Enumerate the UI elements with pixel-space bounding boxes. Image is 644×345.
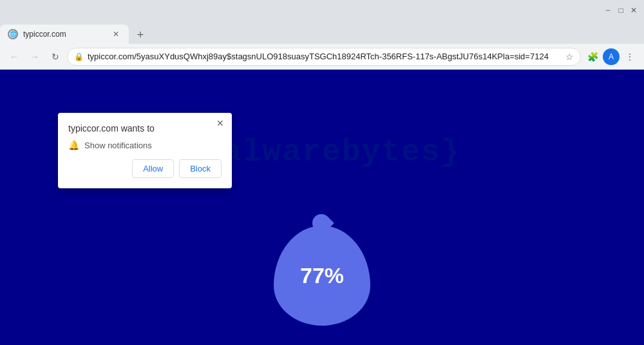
forward-icon: → xyxy=(30,52,39,62)
block-button[interactable]: Block xyxy=(179,159,222,178)
percentage-display: 77% xyxy=(274,226,370,326)
browser-tab[interactable]: 🌐 typiccor.com ✕ xyxy=(0,25,129,44)
url-text: typiccor.com/5yasuXYdusQWhxj89ay$stagsnU… xyxy=(88,52,562,61)
maximize-button[interactable]: □ xyxy=(616,5,626,15)
percentage-container: 77% xyxy=(274,226,370,326)
avatar[interactable]: A xyxy=(603,48,620,65)
star-icon: ☆ xyxy=(565,52,574,62)
popup-option: 🔔 Show notifications xyxy=(68,140,222,150)
nav-bar: ← → ↻ 🔒 typiccor.com/5yasuXYdusQWhxj89ay… xyxy=(0,44,644,70)
forward-button[interactable]: → xyxy=(26,48,44,66)
allow-button[interactable]: Allow xyxy=(132,159,174,178)
menu-icon: ⋮ xyxy=(625,52,634,62)
popup-option-label: Show notifications xyxy=(84,141,152,150)
minimize-button[interactable]: − xyxy=(603,5,613,15)
tab-bar: 🌐 typiccor.com ✕ + xyxy=(0,21,644,44)
percentage-text: 77% xyxy=(300,263,344,288)
extensions-icon: 🧩 xyxy=(587,52,598,62)
title-bar-controls: − □ ✕ xyxy=(603,5,639,15)
extensions-button[interactable]: 🧩 xyxy=(583,48,601,66)
popup-title: typiccor.com wants to xyxy=(68,123,222,133)
page-content: {malwarebytes} 77% ✕ typiccor.com wants … xyxy=(0,70,644,345)
lock-icon: 🔒 xyxy=(74,52,84,61)
tab-globe-icon: 🌐 xyxy=(8,29,18,39)
tab-title: typiccor.com xyxy=(23,30,66,39)
popup-buttons: Allow Block xyxy=(68,159,222,178)
tab-close-button[interactable]: ✕ xyxy=(111,29,121,39)
notification-popup: ✕ typiccor.com wants to 🔔 Show notificat… xyxy=(58,113,232,188)
back-icon: ← xyxy=(10,52,19,62)
address-bar[interactable]: 🔒 typiccor.com/5yasuXYdusQWhxj89ay$stags… xyxy=(67,48,581,66)
refresh-icon: ↻ xyxy=(52,52,59,62)
back-button[interactable]: ← xyxy=(5,48,23,66)
nav-right-buttons: 🧩 A ⋮ xyxy=(583,48,639,66)
title-bar: − □ ✕ xyxy=(0,0,644,21)
menu-button[interactable]: ⋮ xyxy=(621,48,639,66)
bell-icon: 🔔 xyxy=(68,140,79,150)
popup-close-button[interactable]: ✕ xyxy=(214,117,227,130)
new-tab-button[interactable]: + xyxy=(131,26,149,44)
refresh-button[interactable]: ↻ xyxy=(46,48,64,66)
close-button[interactable]: ✕ xyxy=(629,5,639,15)
